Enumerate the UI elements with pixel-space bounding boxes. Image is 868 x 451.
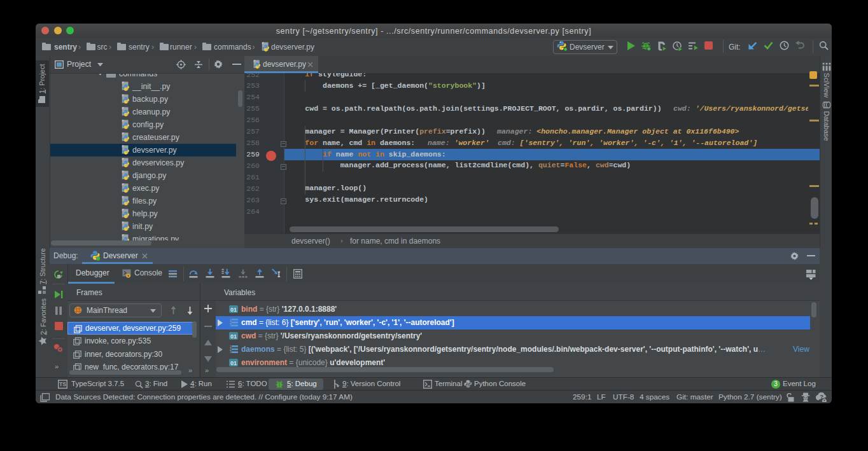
svg-text:3: 3 bbox=[230, 323, 232, 327]
svg-text:?: ? bbox=[820, 393, 823, 400]
svg-text:3: 3 bbox=[230, 350, 232, 354]
svg-text:01: 01 bbox=[230, 360, 237, 366]
svg-text:TS: TS bbox=[59, 381, 66, 387]
svg-text:01: 01 bbox=[230, 333, 237, 340]
svg-text:01: 01 bbox=[230, 307, 237, 313]
